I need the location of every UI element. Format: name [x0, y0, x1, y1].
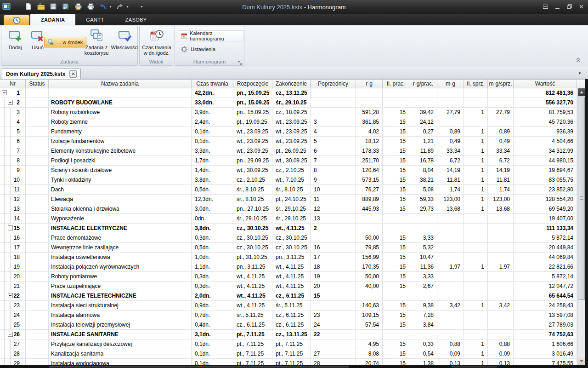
undo-dropdown-icon[interactable]: ▼ — [109, 5, 112, 8]
cell-status[interactable] — [26, 146, 49, 155]
scroll-down-icon[interactable] — [578, 357, 585, 365]
cell-rgprac[interactable]: 39,42 — [409, 108, 437, 117]
cell-mg[interactable] — [437, 214, 464, 223]
cell-mgsprz[interactable] — [488, 272, 514, 281]
cell-value[interactable]: 5 872,14 — [514, 233, 577, 242]
cell-end[interactable]: pt., 7.11.25 — [272, 349, 311, 358]
table-row[interactable]: 18Instalacja oświetleniowa1,0dn.pt., 31.… — [0, 253, 577, 262]
cell-status[interactable] — [26, 243, 49, 252]
table-row[interactable]: 7Elementy konstrukcyjne żelbetowe3,3dn.w… — [0, 146, 577, 156]
cell-mgsprz[interactable]: 3,42 — [488, 301, 514, 310]
scroll-up-icon[interactable] — [578, 88, 585, 96]
cell-mgsprz[interactable]: 0,49 — [488, 137, 514, 146]
cell-pred[interactable]: 24 — [311, 320, 356, 329]
cell-rg[interactable]: 18,12 — [356, 137, 383, 146]
cell-rgprac[interactable]: 3,84 — [409, 320, 437, 329]
cell-status[interactable] — [26, 339, 49, 349]
cell-mgsprz[interactable] — [488, 291, 514, 300]
cell-status[interactable] — [26, 127, 49, 136]
cell-pred[interactable] — [311, 301, 356, 310]
vertical-scrollbar-thumb[interactable] — [578, 97, 585, 300]
cell-status[interactable] — [26, 88, 49, 98]
cell-end[interactable]: wt., 7.10.25 — [272, 175, 311, 184]
table-row[interactable]: 11Dach0,5dn.śr., 8.10.25śr., 8.10.251076… — [0, 185, 577, 195]
cell-mgsprz[interactable] — [488, 243, 514, 252]
cell-start[interactable]: pt., 19.09.25 — [233, 117, 272, 126]
cell-rg[interactable]: 445,93 — [356, 204, 383, 213]
cell-value[interactable]: 936,39 — [514, 127, 577, 136]
table-row[interactable]: 22INSTALACJE TELETECHNICZNE2,0dn.wt., 4.… — [0, 291, 577, 301]
cell-rg[interactable]: 889,89 — [356, 195, 383, 204]
table-row[interactable]: 17Wewnętrzne linie zasilające0,5dn.cz., … — [0, 243, 577, 253]
cell-ilprac[interactable]: 15 — [383, 127, 409, 136]
cell-ilsprz[interactable]: 1 — [464, 127, 488, 136]
cell-end[interactable]: wt., 30.09.25 — [272, 156, 311, 165]
cell-value[interactable]: 44 980,15 — [514, 156, 577, 165]
cell-start[interactable]: cz., 2.10.25 — [233, 175, 272, 184]
cell-value[interactable]: 7 475,55 — [514, 359, 577, 365]
cell-mgsprz[interactable] — [488, 253, 514, 262]
cell-value[interactable]: 45 720,36 — [514, 117, 577, 126]
cell-dur[interactable]: 1,0dn. — [192, 253, 233, 262]
cell-pred[interactable]: 9 — [311, 175, 356, 184]
cell-pred[interactable]: 4 — [311, 127, 356, 136]
cell-value[interactable]: 3 016,49 — [514, 349, 577, 358]
collapse-ribbon-icon[interactable] — [575, 57, 582, 63]
open-folder-icon[interactable] — [36, 1, 45, 12]
table-row[interactable]: 28Kanalizacja sanitarna0,1dn.pt., 7.11.2… — [0, 349, 577, 359]
document-tab[interactable]: Dom Kultury 2025.kstx ✕ — [2, 69, 81, 79]
cell-ilsprz[interactable]: 1 — [464, 349, 488, 358]
cell-dur[interactable]: 2,0dn. — [192, 291, 233, 300]
tree-collapse-toggle[interactable] — [2, 90, 7, 95]
cell-mg[interactable]: 13,68 — [437, 204, 464, 213]
cell-start[interactable]: wt., 4.11.25 — [233, 301, 272, 310]
cell-dur[interactable]: 3,0dn. — [192, 204, 233, 213]
cell-end[interactable]: cz., 30.10.25 — [272, 233, 311, 242]
cell-pred[interactable]: 19 — [311, 272, 356, 281]
cell-status[interactable] — [26, 214, 49, 223]
cell-status[interactable] — [26, 330, 49, 339]
table-row[interactable]: 29Instalacja wodociągowa0,1dn.pt., 7.11.… — [0, 359, 577, 365]
cell-rgprac[interactable]: 0,33 — [409, 339, 437, 349]
cell-pred[interactable]: 2 — [311, 224, 356, 233]
cell-mg[interactable] — [437, 243, 464, 252]
column-header-nr[interactable]: Nr — [0, 80, 26, 88]
cell-pred[interactable]: 22 — [311, 330, 356, 339]
cell-rgprac[interactable] — [409, 98, 437, 107]
column-header-nazwa-zadania[interactable]: Nazwa zadania — [49, 80, 192, 88]
cell-name[interactable]: Wyposażenie — [49, 214, 192, 223]
tree-collapse-toggle[interactable] — [8, 332, 13, 337]
cell-ilsprz[interactable] — [464, 88, 488, 98]
cell-ilprac[interactable]: 15 — [383, 301, 409, 310]
cell-end[interactable]: cz., 13.11.25 — [272, 88, 311, 98]
cell-pred[interactable]: 8 — [311, 166, 356, 175]
cell-pred[interactable]: 20 — [311, 282, 356, 291]
cell-ilprac[interactable]: 15 — [383, 137, 409, 146]
cell-start[interactable]: wt., 23.09.25 — [233, 137, 272, 146]
cell-ilsprz[interactable]: 1 — [464, 195, 488, 204]
undo-icon[interactable] — [98, 1, 107, 12]
cell-end[interactable]: pn., 3.11.25 — [272, 253, 311, 262]
cell-value[interactable]: 83 055,75 — [514, 175, 577, 184]
settings-button[interactable]: Ustawienia — [178, 44, 218, 55]
cell-rgprac[interactable]: 5,08 — [409, 185, 437, 194]
cell-end[interactable]: pt., 26.09.25 — [272, 146, 311, 155]
cell-end[interactable]: cz., 2.10.25 — [272, 166, 311, 175]
print-preview-icon[interactable] — [74, 1, 83, 12]
cell-rgprac[interactable]: 1,21 — [409, 137, 437, 146]
cell-start[interactable]: pt., 7.11.25 — [233, 339, 272, 349]
cell-start[interactable]: cz., 30.10.25 — [233, 243, 272, 252]
cell-ilprac[interactable] — [383, 214, 409, 223]
cell-ilprac[interactable] — [383, 224, 409, 233]
cell-rg[interactable]: 57,54 — [356, 320, 383, 329]
cell-rgprac[interactable] — [409, 214, 437, 223]
table-row[interactable]: 142,2dn.pn., 15.09.25cz., 13.11.25812 48… — [0, 88, 577, 98]
cell-ilprac[interactable]: 15 — [383, 195, 409, 204]
cell-mgsprz[interactable]: 11,81 — [488, 175, 514, 184]
cell-name[interactable]: Instalacja telewizji przemysłowej — [49, 320, 192, 329]
cell-dur[interactable]: 0,3dn. — [192, 282, 233, 291]
cell-rgprac[interactable]: 10,47 — [409, 253, 437, 262]
cell-mg[interactable]: 27,79 — [437, 108, 464, 117]
cell-rg[interactable]: 170,35 — [356, 262, 383, 271]
cell-mgsprz[interactable] — [488, 214, 514, 223]
